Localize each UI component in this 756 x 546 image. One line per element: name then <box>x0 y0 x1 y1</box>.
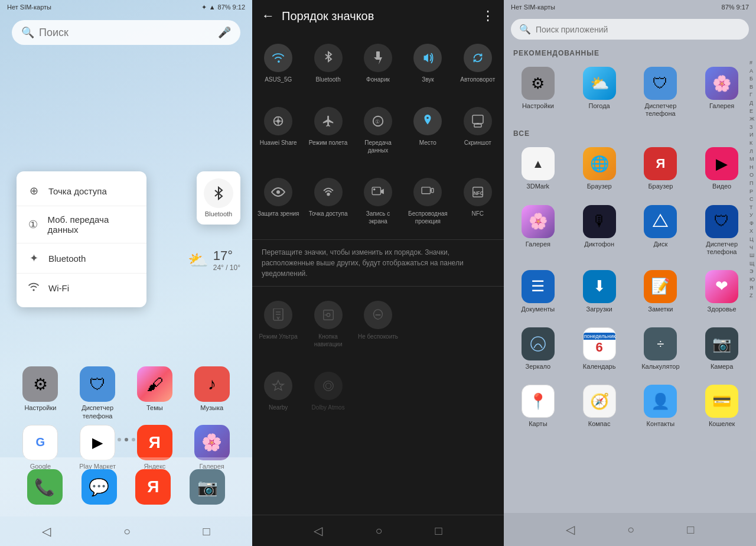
qs-bt-label: Bluetooth <box>315 76 340 83</box>
app-dispatcher[interactable]: 🛡 Диспетчер телефона <box>74 366 121 420</box>
search-input[interactable] <box>39 27 213 39</box>
app-search-input[interactable] <box>536 25 741 34</box>
app-calendar[interactable]: понедельник 6 Календарь <box>570 323 629 375</box>
app-themes[interactable]: 🖌 Темы <box>131 366 178 420</box>
qs-data-transfer[interactable]: ① Передача данных <box>354 101 402 160</box>
app-settings-rec[interactable]: ⚙ Настройки <box>509 62 568 122</box>
app-gallery-all[interactable]: 🌸 Галерея <box>509 200 568 261</box>
dock-yandex[interactable]: Я <box>135 469 171 505</box>
dock-messages[interactable]: 💬 <box>82 469 117 505</box>
music-label: Музыка <box>200 404 223 412</box>
app-music[interactable]: ♪ Музыка <box>188 366 236 420</box>
home-nav-p3[interactable]: ○ <box>627 523 634 537</box>
svg-text:NFC: NFC <box>473 191 483 196</box>
context-hotspot[interactable]: ⊕ Точка доступа <box>17 176 146 206</box>
qs-bluetooth[interactable]: Bluetooth <box>304 38 351 89</box>
app-dispatcher-rec[interactable]: 🛡 Диспетчер телефона <box>631 62 690 122</box>
az-index[interactable]: # А Б В Г Д Е Ж З И К Л М Н О П Р С Т У … <box>750 59 755 300</box>
recent-nav-p3[interactable]: □ <box>687 523 694 537</box>
home-nav-p1[interactable]: ○ <box>123 525 131 538</box>
qs-hotspot[interactable]: Точка доступа <box>304 172 351 231</box>
music-icon: ♪ <box>194 366 230 402</box>
qs-rotate-label: Автоповорот <box>460 76 495 83</box>
app-notes[interactable]: 📝 Заметки <box>631 265 690 318</box>
app-settings[interactable]: ⚙ Настройки <box>17 366 64 420</box>
qs-ultra[interactable]: Режим Ультра <box>255 295 302 354</box>
qs-eye[interactable]: Защита зрения <box>255 172 302 231</box>
weather-rec-icon: ⛅ <box>583 67 616 100</box>
app-dispatcher-all[interactable]: 🛡 Диспетчер телефона <box>692 200 751 261</box>
back-nav-p1[interactable]: ◁ <box>42 524 51 538</box>
search-icon: 🔍 <box>21 26 34 39</box>
qs-autorotate[interactable]: Автоповорот <box>454 38 501 89</box>
app-gallery-rec[interactable]: 🌸 Галерея <box>692 62 751 122</box>
recommended-grid: ⚙ Настройки ⛅ Погода 🛡 Диспетчер телефон… <box>504 60 756 125</box>
qs-dnd[interactable]: Не беспокоить <box>354 295 402 354</box>
app-health[interactable]: ❤ Здоровье <box>692 265 751 318</box>
gallery-all-label: Галерея <box>526 240 550 248</box>
app-downloads[interactable]: ⬇ Загрузки <box>570 265 629 318</box>
app-camera-all[interactable]: 📷 Камера <box>692 323 751 375</box>
qs-huawei-share[interactable]: Huawei Share <box>255 101 302 160</box>
back-nav-p2[interactable]: ◁ <box>314 524 322 538</box>
bottom-dock: 📞 💬 Я 📷 <box>0 457 252 516</box>
app-browser1[interactable]: 🌐 Браузер <box>570 142 629 195</box>
calc-icon: ÷ <box>644 327 677 360</box>
qs-wifi[interactable]: ASUS_5G <box>255 38 302 89</box>
qs-nfc[interactable]: NFC NFC <box>454 172 501 231</box>
battery-p1: 87% 9:12 <box>218 4 245 11</box>
settings-rec-label: Настройки <box>522 102 554 110</box>
app-drawer-screen: Нет SIM-карты 87% 9:17 🔍 РЕКОМЕНДОВАННЫЕ… <box>504 0 756 546</box>
disk-label: Диск <box>653 240 667 248</box>
qs-sound[interactable]: Звук <box>404 38 451 89</box>
qs-wireless-proj[interactable]: Беспроводная проекция <box>404 172 451 231</box>
recent-nav-p1[interactable]: □ <box>203 525 210 538</box>
phone-icon: 📞 <box>27 469 63 505</box>
dispatcher-all-icon: 🛡 <box>705 205 738 238</box>
svg-point-28 <box>323 381 333 391</box>
qs-hint-text: Перетащите значки, чтобы изменить их пор… <box>262 248 464 278</box>
app-search-bar[interactable]: 🔍 <box>511 19 749 40</box>
app-maps[interactable]: 📍 Карты <box>509 380 568 433</box>
dot-1 <box>118 438 121 441</box>
qs-airplane[interactable]: Режим полета <box>304 101 351 160</box>
app-dictaphone[interactable]: 🎙 Диктофон <box>570 200 629 261</box>
back-nav-p3[interactable]: ◁ <box>566 522 575 537</box>
context-wifi[interactable]: Wi-Fi <box>17 274 146 303</box>
all-apps-grid-5: 📍 Карты 🧭 Компас 👤 Контакты 💳 Кошелек <box>504 378 756 435</box>
dock-phone[interactable]: 📞 <box>27 469 63 505</box>
dock-camera[interactable]: 📷 <box>190 469 225 505</box>
app-calc[interactable]: ÷ Калькулятор <box>631 323 690 375</box>
search-bar[interactable]: 🔍 🎤 <box>12 20 240 45</box>
qs-scr-icon <box>464 107 492 135</box>
gallery-all-icon: 🌸 <box>522 205 555 238</box>
svg-point-25 <box>327 313 330 317</box>
context-bluetooth[interactable]: ✦ Bluetooth <box>17 243 146 274</box>
app-mirror[interactable]: Зеркало <box>509 323 568 375</box>
app-contacts[interactable]: 👤 Контакты <box>631 380 690 433</box>
home-nav-p2[interactable]: ○ <box>375 524 382 538</box>
app-compass[interactable]: 🧭 Компас <box>570 380 629 433</box>
app-browser2[interactable]: Я Браузер <box>631 142 690 195</box>
qs-nav-btn[interactable]: Кнопка навигации <box>304 295 351 354</box>
qs-ultra-icon <box>264 301 292 329</box>
qs-screenshot[interactable]: Скриншот <box>454 101 501 160</box>
app-docs[interactable]: ☰ Документы <box>509 265 568 318</box>
qs-flashlight[interactable]: Фонарик <box>354 38 402 89</box>
back-button-p2[interactable]: ← <box>262 8 275 24</box>
qs-screen-rec[interactable]: Запись с экрана <box>354 172 402 231</box>
mic-icon[interactable]: 🎤 <box>218 26 231 39</box>
qs-location[interactable]: Место <box>404 101 451 160</box>
app-disk[interactable]: Диск <box>631 200 690 261</box>
bluetooth-popup[interactable]: Bluetooth <box>197 171 240 225</box>
app-wallet[interactable]: 💳 Кошелек <box>692 380 751 433</box>
app-3dmark[interactable]: ▲ 3DMark <box>509 142 568 195</box>
context-mobile-data[interactable]: ① Моб. передача данных <box>17 206 146 243</box>
more-button-p2[interactable]: ⋮ <box>481 8 494 24</box>
recent-nav-p2[interactable]: □ <box>435 524 442 538</box>
qs-nearby[interactable]: Nearby <box>255 366 302 417</box>
app-video[interactable]: ▶ Видео <box>692 142 751 195</box>
app-row-1: ⚙ Настройки 🛡 Диспетчер телефона 🖌 Темы … <box>12 366 240 420</box>
app-weather-rec[interactable]: ⛅ Погода <box>570 62 629 122</box>
svg-point-15 <box>373 188 376 191</box>
